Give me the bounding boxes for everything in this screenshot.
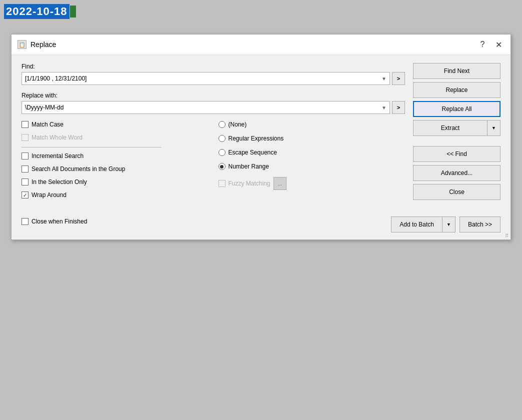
number-range-radio[interactable]: [218, 163, 226, 170]
top-bar: 2022-10-18: [0, 0, 522, 22]
replace-arrow-button[interactable]: >: [392, 101, 405, 114]
search-all-docs-item[interactable]: Search All Documents in the Group: [22, 166, 208, 172]
wrap-around-label: Wrap Around: [32, 192, 66, 198]
resize-handle[interactable]: ⠿: [505, 233, 508, 238]
none-radio[interactable]: [218, 121, 226, 128]
replace-input[interactable]: \Dyyyy-MM-dd ▼: [22, 101, 390, 114]
incremental-search-checkbox[interactable]: [22, 152, 28, 160]
dialog-bottom: Close when Finished Add to Batch ▼ Batch…: [12, 212, 510, 240]
fuzzy-btn[interactable]: ...: [274, 177, 286, 190]
close-when-finished-item[interactable]: Close when Finished: [22, 218, 87, 225]
date-label: 2022-10-18: [4, 4, 70, 19]
in-selection-checkbox[interactable]: [22, 178, 28, 186]
number-range-label: Number Range: [228, 163, 269, 170]
search-all-docs-label: Search All Documents in the Group: [32, 166, 125, 172]
match-whole-word-item[interactable]: Match Whole Word: [22, 134, 208, 141]
fuzzy-row: Fuzzy Matching ...: [218, 177, 406, 190]
fuzzy-label: Fuzzy Matching: [228, 180, 270, 187]
none-label: (None): [228, 121, 247, 128]
fuzzy-checkbox[interactable]: [218, 180, 226, 187]
close-when-finished-label: Close when Finished: [32, 218, 87, 225]
wrap-around-item[interactable]: ✓ Wrap Around: [22, 192, 208, 198]
escape-radio-item[interactable]: Escape Sequence: [218, 149, 406, 156]
find-label: Find:: [22, 63, 405, 70]
separator: [22, 147, 162, 148]
none-radio-item[interactable]: (None): [218, 121, 406, 128]
find-back-button[interactable]: << Find: [413, 146, 500, 162]
close-when-finished-checkbox[interactable]: [22, 218, 28, 225]
regex-radio[interactable]: [218, 135, 226, 142]
incremental-search-item[interactable]: Incremental Search: [22, 152, 208, 160]
replace-icon: 📋: [18, 40, 26, 49]
replace-button[interactable]: Replace: [413, 82, 500, 98]
number-range-radio-item[interactable]: Number Range: [218, 163, 406, 170]
find-arrow-button[interactable]: >: [392, 72, 405, 85]
in-selection-item[interactable]: In the Selection Only: [22, 178, 208, 186]
options-section: Match Case Match Whole Word Incremental …: [22, 121, 405, 204]
in-selection-label: In the Selection Only: [32, 178, 87, 186]
add-to-batch-dropdown-button[interactable]: ▼: [442, 216, 456, 232]
find-dropdown-arrow: ▼: [382, 76, 386, 82]
replace-all-button[interactable]: Replace All: [413, 101, 500, 117]
dialog-body: Find: [1/1/1900 , 12/31/2100] ▼ > Replac…: [12, 55, 510, 212]
find-input-value: [1/1/1900 , 12/31/2100]: [25, 75, 86, 82]
regex-radio-item[interactable]: Regular Expressions: [218, 135, 406, 142]
match-whole-word-label: Match Whole Word: [32, 134, 82, 141]
replace-label: Replace with:: [22, 92, 405, 99]
checkboxes-col: Match Case Match Whole Word Incremental …: [22, 121, 208, 204]
radio-col: (None) Regular Expressions Escape Sequen…: [218, 121, 406, 204]
incremental-search-label: Incremental Search: [32, 152, 84, 160]
escape-label: Escape Sequence: [228, 149, 277, 156]
replace-input-row: \Dyyyy-MM-dd ▼ >: [22, 101, 405, 114]
extract-button[interactable]: Extract: [413, 120, 488, 136]
replace-dropdown-arrow: ▼: [382, 105, 386, 110]
extract-row: Extract ▼: [413, 120, 500, 136]
help-button[interactable]: ?: [476, 38, 488, 50]
bottom-left: Close when Finished: [22, 218, 87, 231]
right-panel: Find Next Replace Replace All Extract ▼ …: [413, 63, 500, 204]
close-dialog-button[interactable]: ✕: [492, 38, 504, 50]
escape-radio[interactable]: [218, 149, 226, 156]
bottom-right: Add to Batch ▼ Batch >>: [391, 216, 500, 232]
dialog-title-left: 📋 Replace: [18, 40, 56, 49]
dialog-controls: ? ✕: [476, 38, 504, 50]
replace-input-value: \Dyyyy-MM-dd: [25, 104, 64, 111]
regex-label: Regular Expressions: [228, 135, 284, 142]
find-input[interactable]: [1/1/1900 , 12/31/2100] ▼: [22, 72, 390, 85]
replace-dialog: 📋 Replace ? ✕ Find: [1/1/1900 , 12/31/21…: [11, 34, 511, 240]
find-next-button[interactable]: Find Next: [413, 63, 500, 79]
wrap-around-checkmark: ✓: [23, 192, 27, 198]
match-case-label: Match Case: [32, 121, 64, 128]
cursor: [70, 6, 76, 18]
dialog-title: Replace: [30, 40, 56, 48]
match-whole-word-checkbox[interactable]: [22, 134, 28, 141]
match-case-checkbox[interactable]: [22, 121, 28, 128]
advanced-button[interactable]: Advanced...: [413, 165, 500, 181]
search-all-docs-checkbox[interactable]: [22, 166, 28, 172]
find-input-row: [1/1/1900 , 12/31/2100] ▼ >: [22, 72, 405, 85]
extract-dropdown-button[interactable]: ▼: [488, 120, 500, 136]
match-case-item[interactable]: Match Case: [22, 121, 208, 128]
left-panel: Find: [1/1/1900 , 12/31/2100] ▼ > Replac…: [22, 63, 405, 204]
dialog-titlebar: 📋 Replace ? ✕: [12, 34, 510, 55]
close-button[interactable]: Close: [413, 184, 500, 200]
batch-button[interactable]: Batch >>: [460, 216, 500, 232]
wrap-around-checkbox[interactable]: ✓: [22, 192, 28, 198]
add-to-batch-button[interactable]: Add to Batch: [391, 216, 442, 232]
